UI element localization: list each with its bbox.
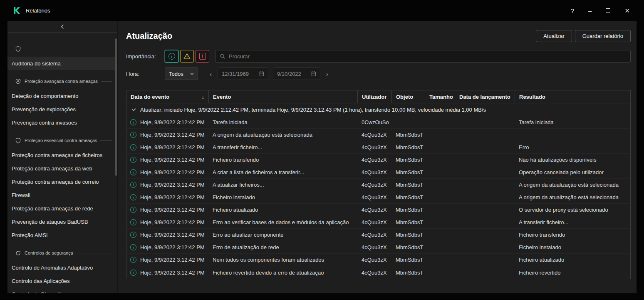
table-row[interactable]: iHoje, 9/9/2022 3:12:42 PMFicheiro atual… [126, 204, 630, 216]
sidebar-item-protecao-contra-ameacas-de-correio[interactable]: Proteção contra ameaças de correio [7, 175, 117, 188]
column-header-tamanho[interactable]: Tamanho [425, 90, 455, 103]
table-row[interactable]: iHoje, 9/9/2022 3:12:42 PMA atualizar fi… [126, 179, 630, 191]
sidebar-item-firewall[interactable]: Firewall [7, 188, 117, 202]
table-row[interactable]: iHoje, 9/9/2022 3:12:42 PMA origem da at… [126, 129, 630, 141]
cell-result: Ficheiro revertido [515, 266, 630, 279]
table-row[interactable]: iHoje, 9/9/2022 3:12:42 PMA transferir f… [126, 141, 630, 154]
cell-event-date: iHoje, 9/9/2022 3:12:42 PM [126, 179, 209, 191]
sidebar-item-auditoria-do-sistema[interactable]: Auditoria do sistema [7, 57, 117, 70]
main-panel: Atualização Atualizar Guardar relatório … [118, 21, 637, 293]
table-row[interactable]: iHoje, 9/9/2022 3:12:42 PMNem todos os c… [126, 254, 630, 266]
column-header-resultado[interactable]: Resultado [515, 90, 630, 103]
column-label: Tamanho [429, 94, 453, 100]
sidebar-item-label: Proteção contra ameaças de rede [12, 205, 93, 212]
maximize-button[interactable] [606, 8, 610, 14]
cell-object: MbmSdbsT [392, 141, 425, 153]
cell-result: Tarefa iniciada [515, 116, 630, 128]
cell-event: Erro ao atualizar componente [209, 229, 358, 241]
table-row[interactable]: iHoje, 9/9/2022 3:12:42 PMA criar a list… [126, 166, 630, 179]
column-header-objeto[interactable]: Objeto [392, 90, 425, 103]
cell-user: 4cQuu3zX [358, 191, 392, 203]
cell-result: Ficheiro instalado [515, 241, 630, 253]
sidebar-item-label: Auditoria do sistema [12, 60, 61, 67]
sidebar-item-prevencao-de-ataques-badusb[interactable]: Prevenção de ataques BadUSB [7, 215, 117, 228]
table-row[interactable]: iHoje, 9/9/2022 3:12:42 PMFicheiro insta… [126, 191, 630, 204]
sidebar-item-label: Proteção contra ameaças de ficheiros [12, 152, 102, 158]
table-row[interactable]: iHoje, 9/9/2022 3:12:42 PMFicheiro trans… [126, 154, 630, 166]
cell-release-date [455, 241, 515, 253]
sidebar-item-prevencao-contra-invasoes[interactable]: Prevenção contra invasões [7, 116, 117, 129]
info-icon: i [130, 144, 136, 150]
cell-event: Ficheiro transferido [209, 154, 358, 166]
cell-result: Erro [515, 141, 630, 153]
column-label: Evento [213, 94, 231, 100]
cell-object: MbmSdbsT [392, 204, 425, 216]
sidebar-scrollbar[interactable] [115, 38, 117, 176]
sidebar-section-header-protecao-essencial-contra-ameacas[interactable]: Proteção essencial contra ameaças [7, 132, 117, 148]
cell-user: 4cQuu3zX [358, 166, 392, 178]
sidebar-item-prevencao-de-exploracoes[interactable]: Prevenção de explorações [7, 102, 117, 116]
column-label: Utilizador [362, 94, 386, 100]
importance-info-circle-button[interactable]: i [165, 50, 178, 62]
time-range-select[interactable]: Todos [165, 68, 198, 80]
sidebar-item-protecao-contra-ameacas-de-rede[interactable]: Proteção contra ameaças de rede [7, 202, 117, 215]
sidebar-list: Auditoria do sistemaProteção avançada co… [7, 32, 117, 293]
cell-event: Ficheiro revertido devido a erro de atua… [209, 266, 358, 279]
importance-warning-triangle-button[interactable] [180, 50, 194, 62]
sidebar-item-protecao-contra-ameacas-da-web[interactable]: Proteção contra ameaças da web [7, 162, 117, 175]
table-body: iHoje, 9/9/2022 3:12:42 PMTarefa iniciad… [126, 116, 630, 279]
sidebar-item-controlo-de-dispositivos[interactable]: Controlo de Dispositivos [7, 288, 117, 293]
table-row[interactable]: iHoje, 9/9/2022 3:12:42 PMErro ao verifi… [126, 216, 630, 229]
refresh-button[interactable]: Atualizar [536, 30, 572, 42]
cell-event: Erro de atualização de rede [209, 241, 358, 253]
sidebar-item-protecao-contra-ameacas-de-ficheiros[interactable]: Proteção contra ameaças de ficheiros [7, 148, 117, 162]
cell-event-date: iHoje, 9/9/2022 3:12:42 PM [126, 116, 209, 128]
cell-release-date [455, 191, 515, 203]
prev-period-button[interactable]: ‹ [207, 70, 214, 78]
cell-event: A criar a lista de ficheiros a transferi… [209, 166, 358, 178]
sidebar-collapse-button[interactable] [7, 21, 117, 32]
search-box[interactable] [215, 50, 631, 62]
time-label: Hora: [126, 71, 165, 77]
chevron-left-icon [59, 24, 65, 30]
search-icon [220, 53, 225, 59]
column-header-utilizador[interactable]: Utilizador [358, 90, 392, 103]
close-button[interactable]: ✕ [624, 8, 630, 14]
search-input[interactable] [229, 53, 626, 60]
date-to-field[interactable]: 9/10/2022 [273, 68, 320, 80]
column-header-evento[interactable]: Evento [209, 90, 358, 103]
sidebar-section-header-controlos-de-seguranca[interactable]: Controlos de segurança [7, 245, 117, 261]
column-label: Data de lançamento [459, 94, 510, 100]
importance-critical-square-button[interactable]: ! [196, 50, 209, 62]
date-from-field[interactable]: 12/31/1969 [218, 68, 268, 80]
cell-user: 4cQuu3zX [358, 266, 392, 279]
importance-buttons: i! [165, 50, 209, 62]
help-button[interactable]: ? [571, 8, 574, 14]
column-header-data-de-lancamento[interactable]: Data de lançamento [455, 90, 515, 103]
cell-size [425, 129, 455, 141]
table-row[interactable]: iHoje, 9/9/2022 3:12:42 PMTarefa iniciad… [126, 116, 630, 129]
sidebar-item-controlo-das-aplicacoes[interactable]: Controlo das Aplicações [7, 274, 117, 288]
save-report-button[interactable]: Guardar relatório [575, 30, 631, 42]
cell-user: 4cQuu3zX [358, 141, 392, 153]
section-label: Proteção essencial contra ameaças [25, 138, 97, 143]
page-title: Atualização [126, 31, 172, 41]
cell-event-date: iHoje, 9/9/2022 3:12:42 PM [126, 191, 209, 203]
next-period-button[interactable]: › [324, 70, 331, 78]
minimize-button[interactable]: – [588, 8, 592, 14]
cell-user: 4cQuu3zX [358, 129, 392, 141]
table-row[interactable]: iHoje, 9/9/2022 3:12:42 PMFicheiro rever… [126, 266, 630, 279]
table-row[interactable]: iHoje, 9/9/2022 3:12:42 PMErro de atuali… [126, 241, 630, 254]
group-row[interactable]: Atualizar: iniciado Hoje, 9/9/2022 2:12:… [126, 103, 630, 116]
table-row[interactable]: iHoje, 9/9/2022 3:12:42 PMErro ao atuali… [126, 229, 630, 241]
column-header-data-do-evento[interactable]: Data do evento↓ [126, 90, 209, 103]
importance-label: Importância: [126, 53, 165, 60]
sidebar-section-header[interactable] [7, 41, 117, 57]
section-divider [101, 81, 112, 82]
warning-triangle-icon [183, 53, 191, 60]
sidebar-item-protecao-amsi[interactable]: Proteção AMSI [7, 228, 117, 242]
critical-square-icon: ! [199, 53, 206, 60]
sidebar-item-controlo-de-anomalias-adaptativo[interactable]: Controlo de Anomalias Adaptativo [7, 261, 117, 274]
sidebar-item-detecao-de-comportamento[interactable]: Deteção de comportamento [7, 89, 117, 102]
sidebar-section-header-protecao-avancada-contra-ameacas[interactable]: Proteção avançada contra ameaças [7, 73, 117, 89]
